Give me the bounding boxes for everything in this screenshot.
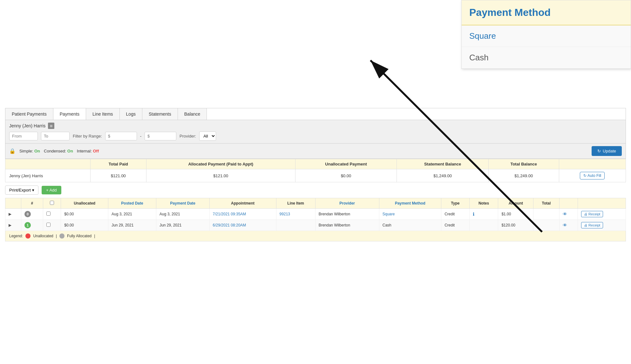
col-total: Total [533, 198, 559, 209]
expand-arrow[interactable]: ▶ [9, 223, 11, 227]
legend-bar: Legend: Unallocated | Fully Allocated | [5, 231, 626, 241]
info-icon[interactable]: ℹ [473, 212, 474, 217]
update-button[interactable]: ↻ Update [592, 146, 622, 156]
legend-fully-allocated-label: Fully Allocated [67, 234, 92, 238]
condensed-value: On [67, 149, 73, 153]
summary-col-total-paid: Total Paid [90, 159, 146, 169]
appointment-link[interactable]: 6/29/2021 08:20AM [213, 223, 246, 227]
range-from-input[interactable] [105, 132, 137, 140]
range-to-input[interactable] [145, 132, 176, 140]
simple-toggle[interactable]: Simple: On [19, 149, 40, 153]
view-cell[interactable]: 👁 [559, 220, 578, 231]
payment-method-cell[interactable]: Cash [379, 220, 441, 231]
toggle-row: 🔒 Simple: On Condensed: On Internal: Off… [5, 144, 626, 159]
select-all-checkbox[interactable] [50, 201, 54, 205]
print-export-button[interactable]: Print/Export ▾ [5, 185, 38, 195]
appointment-cell[interactable]: 7/21/2021 09:35AM [209, 209, 276, 220]
page-wrapper: Payment Method Square Cash Patient Payme… [0, 0, 631, 364]
expand-cell[interactable]: ▶ [5, 209, 21, 220]
col-expand [5, 198, 21, 209]
badge-cell: 1 [21, 220, 43, 231]
receipt-cell[interactable]: 🖨Receipt [578, 209, 626, 220]
row-badge: 0 [24, 211, 31, 217]
from-date-input[interactable] [9, 132, 38, 140]
provider-label: Provider: [180, 134, 196, 138]
row-checkbox[interactable] [46, 223, 51, 227]
badge-cell: 0 [21, 209, 43, 220]
notes-cell[interactable]: ℹ [469, 209, 498, 220]
line-item-cell[interactable]: 99213 [276, 209, 315, 220]
tab-payments[interactable]: Payments [53, 108, 86, 120]
legend-unallocated-label: Unallocated [33, 234, 53, 238]
unallocated-cell: $0.00 [61, 220, 108, 231]
expand-arrow[interactable]: ▶ [9, 212, 11, 216]
receipt-button[interactable]: 🖨Receipt [581, 222, 603, 228]
dropdown-item-square[interactable]: Square [462, 25, 631, 47]
payment-method-link[interactable]: Square [383, 212, 395, 216]
printer-icon: 🖨 [584, 223, 587, 227]
add-button[interactable]: + Add [42, 186, 61, 194]
line-item-cell[interactable] [276, 220, 315, 231]
simple-value: On [34, 149, 40, 153]
provider-select[interactable]: All [199, 131, 216, 141]
autofill-button[interactable]: ↻ Auto Fill [580, 172, 605, 179]
payment-method-cell[interactable]: Square [379, 209, 441, 220]
printer-icon: 🖨 [584, 212, 587, 216]
grid-icon[interactable]: ⊞ [48, 123, 54, 129]
col-type: Type [441, 198, 470, 209]
fully-allocated-dot [59, 233, 64, 239]
simple-label: Simple: [19, 149, 33, 153]
amount-cell: $1.00 [498, 209, 533, 220]
filter-bar: Jenny (Jen) Harris ⊞ Filter by Range: - … [5, 120, 626, 144]
appointment-cell[interactable]: 6/29/2021 08:20AM [209, 220, 276, 231]
lock-icon[interactable]: 🔒 [9, 148, 16, 154]
patient-name: Jenny (Jen) Harris [9, 123, 45, 128]
summary-allocated: $121.00 [146, 169, 295, 182]
col-notes: Notes [469, 198, 498, 209]
eye-icon[interactable]: 👁 [563, 212, 567, 217]
tab-logs[interactable]: Logs [120, 108, 142, 120]
type-cell: Credit [441, 220, 470, 231]
update-icon: ↻ [597, 149, 601, 153]
tab-balance[interactable]: Balance [178, 108, 207, 120]
notes-cell[interactable] [469, 220, 498, 231]
internal-toggle[interactable]: Internal: Off [77, 149, 99, 153]
tab-patient-payments[interactable]: Patient Payments [5, 108, 53, 120]
table-row: ▶ 1 $0.00 Jun 29, 2021 Jun 29, 2021 6/29… [5, 220, 626, 231]
expand-cell[interactable]: ▶ [5, 220, 21, 231]
col-payment-method[interactable]: Payment Method [379, 198, 441, 209]
posted-date-cell: Aug 3, 2021 [108, 209, 156, 220]
col-provider[interactable]: Provider [315, 198, 379, 209]
dropdown-item-cash[interactable]: Cash [462, 47, 631, 69]
range-separator: - [140, 134, 141, 138]
col-line-item: Line Item [276, 198, 315, 209]
col-checkbox [43, 198, 61, 209]
tab-line-items[interactable]: Line Items [86, 108, 120, 120]
summary-autofill-cell: ↻ Auto Fill [559, 169, 626, 182]
line-item-link[interactable]: 99213 [280, 212, 290, 216]
row-checkbox[interactable] [46, 212, 51, 216]
main-content: Patient Payments Payments Line Items Log… [0, 108, 631, 241]
filter-row: Filter by Range: - Provider: All [9, 131, 622, 141]
col-view [559, 198, 578, 209]
eye-icon[interactable]: 👁 [563, 223, 567, 228]
dropdown-header-text: Payment Method [469, 7, 551, 18]
view-cell[interactable]: 👁 [559, 209, 578, 220]
col-payment-date[interactable]: Payment Date [156, 198, 209, 209]
payment-date-cell: Aug 3, 2021 [156, 209, 209, 220]
col-posted-date[interactable]: Posted Date [108, 198, 156, 209]
to-date-input[interactable] [41, 132, 70, 140]
receipt-cell[interactable]: 🖨Receipt [578, 220, 626, 231]
total-cell [533, 220, 559, 231]
tab-statements[interactable]: Statements [142, 108, 178, 120]
summary-col-unallocated: Unallocated Payment [295, 159, 397, 169]
provider-cell: Brendan Wilberton [315, 220, 379, 231]
checkbox-cell[interactable] [43, 220, 61, 231]
checkbox-cell[interactable] [43, 209, 61, 220]
summary-col-statement: Statement Balance [397, 159, 489, 169]
tabs-bar: Patient Payments Payments Line Items Log… [5, 108, 626, 120]
receipt-button[interactable]: 🖨Receipt [581, 211, 603, 217]
posted-date-cell: Jun 29, 2021 [108, 220, 156, 231]
condensed-toggle[interactable]: Condensed: On [44, 149, 73, 153]
appointment-link[interactable]: 7/21/2021 09:35AM [213, 212, 246, 216]
